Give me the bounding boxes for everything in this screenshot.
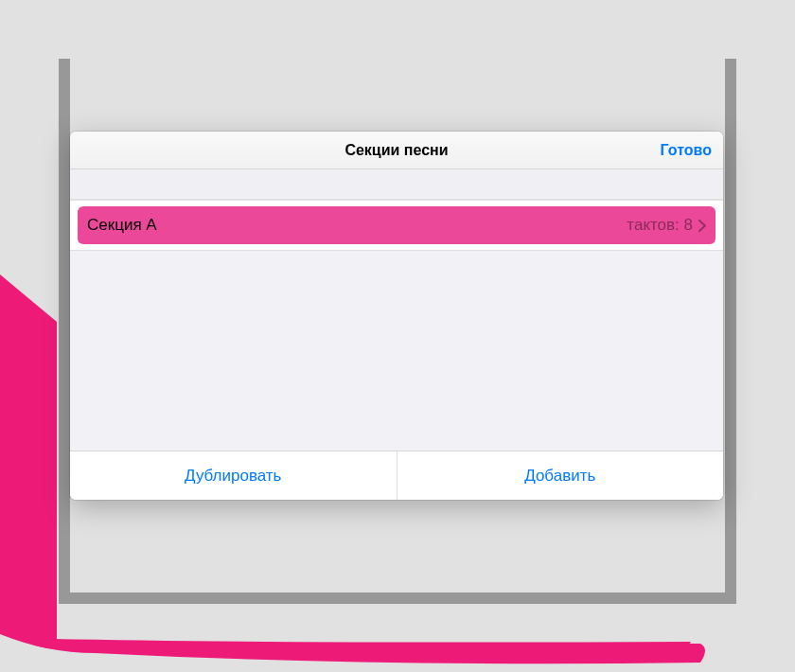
section-row[interactable]: Секция A тактов: 8 xyxy=(78,206,716,244)
add-button-label: Добавить xyxy=(524,467,595,486)
popover-title: Секции песни xyxy=(344,142,448,159)
song-sections-popover: Секции песни Готово Секция A тактов: 8 Д… xyxy=(70,132,723,500)
done-button-label: Готово xyxy=(661,142,712,159)
popover-subheader xyxy=(70,169,723,200)
add-button[interactable]: Добавить xyxy=(398,451,724,500)
duplicate-button-label: Дублировать xyxy=(185,467,281,486)
sections-list: Секция A тактов: 8 xyxy=(70,200,723,251)
duplicate-button[interactable]: Дублировать xyxy=(70,451,398,500)
section-detail: тактов: 8 xyxy=(627,216,693,235)
done-button[interactable]: Готово xyxy=(661,132,712,169)
section-label: Секция A xyxy=(87,216,627,235)
popover-footer: Дублировать Добавить xyxy=(70,451,723,500)
chevron-right-icon xyxy=(698,220,706,232)
popover-body xyxy=(70,251,723,451)
popover-header: Секции песни Готово xyxy=(70,132,723,169)
